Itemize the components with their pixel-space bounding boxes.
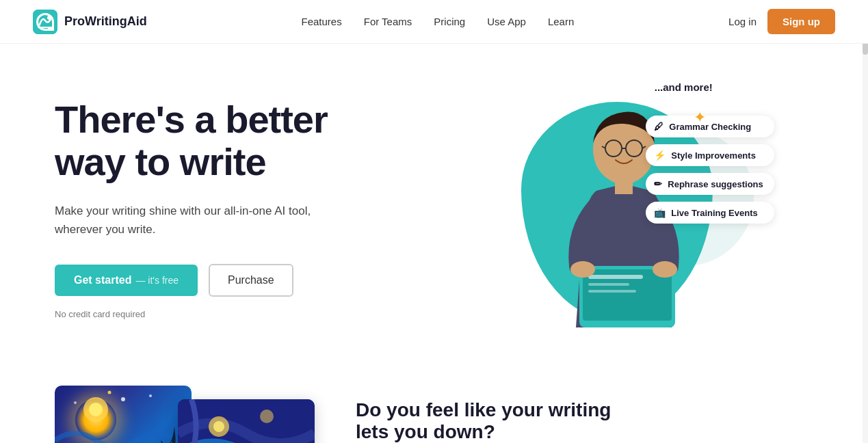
scrollbar[interactable]: [863, 0, 868, 443]
purchase-button[interactable]: Purchase: [209, 264, 293, 297]
art-card-front: [178, 399, 315, 443]
nav-links: Features For Teams Pricing Use App Learn: [302, 16, 575, 28]
style-icon: ⚡: [654, 150, 666, 161]
feature-pills: 🖊 Grammar Checking ⚡ Style Improvements …: [646, 116, 774, 224]
svg-point-21: [108, 391, 111, 394]
second-section: My idea in my head Do you feel like your…: [0, 372, 868, 443]
svg-point-17: [89, 403, 103, 416]
svg-point-1: [47, 16, 51, 20]
hero-title: There's a better way to write: [55, 98, 421, 183]
pill-rephrase: ✏ Rephrase suggestions: [646, 173, 774, 195]
nav-actions: Log in Sign up: [728, 9, 835, 34]
svg-point-20: [74, 401, 77, 404]
logo-text: ProWritingAid: [64, 14, 147, 29]
rephrase-icon: ✏: [654, 178, 662, 189]
nav-learn[interactable]: Learn: [548, 16, 574, 27]
navbar: ProWritingAid Features For Teams Pricing…: [0, 0, 868, 44]
art-gallery: My idea in my head: [55, 386, 301, 443]
grammar-icon: 🖊: [654, 121, 663, 132]
svg-point-25: [260, 410, 274, 423]
nav-use-app[interactable]: Use App: [487, 16, 526, 27]
logo[interactable]: ProWritingAid: [33, 10, 147, 34]
hero-section: There's a better way to write Make your …: [0, 44, 868, 372]
pill-style: ⚡ Style Improvements: [646, 144, 774, 166]
svg-point-14: [570, 261, 595, 278]
get-started-button[interactable]: Get started — it's free: [55, 265, 198, 296]
signup-button[interactable]: Sign up: [767, 9, 835, 34]
section-right: Do you feel like your writing lets you d…: [356, 386, 643, 443]
section-title: Do you feel like your writing lets you d…: [356, 399, 629, 443]
svg-point-15: [653, 261, 677, 278]
svg-rect-13: [588, 290, 636, 293]
svg-rect-0: [33, 10, 57, 34]
training-icon: 📺: [654, 207, 666, 218]
hero-illustration: ...and more! ✦ 🖊 Grammar Checking ⚡ Styl…: [448, 85, 814, 345]
login-button[interactable]: Log in: [728, 16, 757, 27]
hero-subtitle: Make your writing shine with our all-in-…: [55, 202, 356, 239]
pill-training: 📺 Live Training Events: [646, 202, 774, 224]
art-card-back: [55, 386, 192, 443]
sparkle-icon: ✦: [694, 109, 706, 126]
svg-point-19: [149, 394, 152, 397]
svg-point-24: [213, 421, 224, 432]
svg-point-18: [121, 397, 125, 401]
more-label: ...and more!: [655, 81, 713, 93]
pill-grammar: 🖊 Grammar Checking: [646, 116, 774, 137]
nav-features[interactable]: Features: [302, 16, 342, 27]
nav-pricing[interactable]: Pricing: [434, 16, 465, 27]
svg-rect-11: [588, 275, 643, 279]
nav-for-teams[interactable]: For Teams: [364, 16, 412, 27]
logo-icon: [33, 10, 57, 34]
hero-content: There's a better way to write Make your …: [55, 85, 421, 319]
svg-rect-12: [588, 283, 629, 286]
no-credit-card-text: No credit card required: [55, 309, 421, 319]
person-container: ...and more! ✦ 🖊 Grammar Checking ⚡ Styl…: [494, 88, 767, 341]
hero-buttons: Get started — it's free Purchase: [55, 264, 421, 297]
svg-rect-8: [615, 180, 633, 194]
